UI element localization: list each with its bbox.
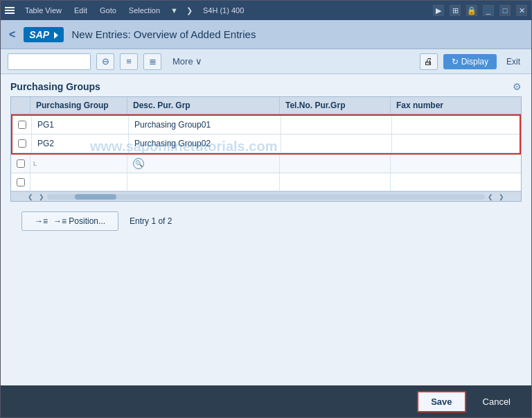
more-button[interactable]: More ∨ (167, 54, 208, 69)
toolbar: ⊖ ≡ ≣ More ∨ 🖨 ↻ Display Exit (1, 49, 531, 74)
system-label: S4H (1) 400 (201, 6, 246, 15)
content-area: www.saponlinetutorials.com Purchasing Gr… (1, 74, 531, 385)
position-button[interactable]: →≡ →≡ Position... (21, 211, 118, 231)
search-checkbox-cell (11, 155, 30, 173)
back-button[interactable]: < (9, 28, 15, 41)
maximize-btn[interactable]: □ (499, 5, 511, 16)
title-bar-right: ▶ ⊞ 🔒 _ □ ✕ (433, 5, 527, 16)
search-row-checkbox[interactable] (17, 159, 25, 168)
section-title: Purchasing Groups (10, 81, 100, 92)
table-row: PG1 Purchasing Group01 (12, 116, 520, 134)
display-button[interactable]: ↻ Display (443, 54, 497, 69)
edit-menu[interactable]: Edit (72, 6, 89, 15)
horizontal-scrollbar[interactable]: ❮ ❯ ❮ ❯ (11, 191, 521, 201)
play-btn[interactable]: ▶ (433, 5, 444, 16)
col-header-fax: Fax number (391, 97, 521, 114)
search-circle-icon[interactable]: 🔍 (133, 158, 144, 169)
page-title: New Entries: Overview of Added Entries (72, 28, 256, 40)
row2-tel (281, 134, 392, 153)
col-header-pg: Purchasing Group (30, 97, 127, 114)
empty-row1-desc (127, 173, 280, 191)
search-pg-cell: L (30, 155, 127, 173)
col-header-checkbox (11, 97, 30, 114)
print-button[interactable]: 🖨 (420, 53, 438, 70)
hamburger-icon[interactable] (5, 7, 15, 14)
row1-desc: Purchasing Group01 (129, 116, 281, 134)
sap-header: < SAP New Entries: Overview of Added Ent… (1, 20, 531, 49)
exit-button[interactable]: Exit (502, 55, 524, 68)
settings-icon[interactable]: ⚙ (513, 81, 522, 92)
bottom-toolbar: →≡ →≡ Position... Entry 1 of 2 (10, 202, 522, 241)
filter-btn1[interactable]: ≡ (120, 53, 138, 70)
scroll-right-arrow1[interactable]: ❯ (36, 193, 47, 200)
scrollbar-track[interactable] (47, 194, 485, 200)
lock-btn[interactable]: 🔒 (466, 5, 477, 16)
scroll-left-icon[interactable]: ❮ (25, 193, 36, 200)
empty-row-1 (11, 173, 521, 191)
toolbar-dropdown[interactable] (8, 53, 91, 70)
row2-checkbox[interactable] (18, 139, 26, 148)
minimize-btn[interactable]: _ (483, 5, 494, 16)
row1-checkbox[interactable] (18, 121, 26, 129)
col-header-tel: Tel.No. Pur.Grp (280, 97, 391, 114)
title-bar: Table View Edit Goto Selection ▼ ❯ S4H (… (1, 1, 531, 20)
chevron-down-icon: ∨ (195, 56, 202, 67)
copy-btn[interactable]: ⊞ (450, 5, 461, 16)
highlighted-rows-group: PG1 Purchasing Group01 PG2 Purchasing Gr… (11, 114, 521, 155)
footer: Save Cancel (1, 385, 531, 417)
table-view-menu[interactable]: Table View (23, 6, 64, 15)
row2-checkbox-cell (12, 134, 32, 153)
goto-menu[interactable]: Goto (98, 6, 118, 15)
row1-pg: PG1 (32, 116, 129, 134)
row1-checkbox-cell (12, 116, 32, 134)
forward-icon: ❯ (186, 6, 193, 15)
scrollbar-thumb[interactable] (75, 194, 116, 200)
empty-row1-fax (391, 173, 521, 191)
row2-fax (392, 134, 520, 153)
entry-info: Entry 1 of 2 (130, 216, 172, 226)
save-button[interactable]: Save (417, 391, 466, 412)
section-header: Purchasing Groups ⚙ (10, 81, 522, 92)
row2-pg: PG2 (32, 134, 129, 153)
empty-row1-checkbox-cell (11, 173, 30, 191)
scroll-right-icon[interactable]: ❮ (485, 193, 496, 200)
table-header-row: Purchasing Group Desc. Pur. Grp Tel.No. … (11, 97, 521, 114)
search-icon-cell[interactable]: 🔍 (127, 155, 280, 173)
search-tel-cell (280, 155, 391, 173)
empty-row1-pg (30, 173, 127, 191)
empty-row1-tel (280, 173, 391, 191)
close-btn[interactable]: ✕ (516, 5, 527, 16)
cancel-button[interactable]: Cancel (473, 392, 520, 411)
display-icon: ↻ (452, 57, 459, 67)
col-header-desc: Desc. Pur. Grp (127, 97, 280, 114)
search-fax-cell (391, 155, 521, 173)
scroll-far-right-icon[interactable]: ❯ (496, 193, 507, 200)
minus-btn[interactable]: ⊖ (96, 53, 114, 70)
position-arrow-icon: →≡ (35, 216, 48, 226)
table-row: PG2 Purchasing Group02 (12, 134, 520, 153)
row1-fax (392, 116, 520, 134)
selection-menu[interactable]: Selection (127, 6, 162, 15)
sap-logo: SAP (24, 27, 63, 42)
filter-icon: ▼ (170, 6, 178, 15)
title-bar-left: Table View Edit Goto Selection ▼ ❯ S4H (… (5, 6, 246, 15)
empty-row1-checkbox[interactable] (17, 178, 25, 186)
app-window: Table View Edit Goto Selection ▼ ❯ S4H (… (0, 0, 532, 418)
row1-tel (281, 116, 392, 134)
search-row: L 🔍 (11, 155, 521, 173)
cursor-indicator: L (33, 160, 37, 167)
row2-desc: Purchasing Group02 (129, 134, 281, 153)
filter-btn2[interactable]: ≣ (143, 53, 161, 70)
table-container: Purchasing Group Desc. Pur. Grp Tel.No. … (10, 96, 522, 202)
